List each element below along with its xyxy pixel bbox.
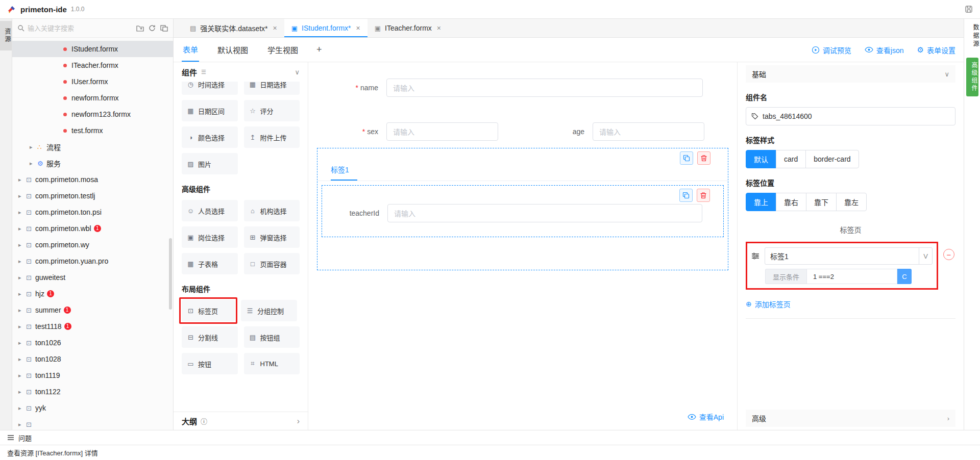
chevron-down-icon[interactable]: ∨ — [944, 70, 949, 78]
view-tab-form[interactable]: 表单 — [182, 38, 199, 62]
condition-edit-button[interactable]: C — [897, 269, 912, 284]
tree-item-com-primeton-mosa[interactable]: ▸⊡com.primeton.mosa — [12, 171, 173, 188]
tree-item-guweitest[interactable]: ▸⊡guweitest — [12, 269, 173, 286]
add-tab-page-link[interactable]: ⊕ 添加标签页 — [746, 299, 955, 309]
tree-item-istudent-formx[interactable]: IStudent.formx — [12, 41, 173, 57]
tree-item-test1118[interactable]: ▸⊡test11181 — [12, 318, 173, 335]
field-row-age[interactable]: age 请输入 — [523, 122, 704, 141]
tab-style-default[interactable]: 默认 — [746, 150, 776, 168]
component-name-input[interactable]: tabs_48614600 — [746, 107, 955, 125]
palette-item-time-picker[interactable]: ◷时间选择 — [182, 82, 238, 95]
sex-input[interactable]: 请输入 — [386, 122, 498, 141]
palette-item-html[interactable]: ⌗HTML — [244, 353, 300, 374]
palette-item-popup-picker[interactable]: ⊞弹窗选择 — [244, 226, 300, 248]
tree-item-iteacher-formx[interactable]: ITeacher.formx — [12, 57, 173, 73]
variable-button[interactable]: V — [919, 248, 932, 264]
palette-item-rating[interactable]: ☆评分 — [244, 100, 300, 121]
tabs-component-selected[interactable]: 标签1 teacherId 请输入 — [317, 148, 728, 270]
chevron-right-icon[interactable]: ▸ — [18, 421, 26, 428]
tab-dataset[interactable]: ▤强关联实体.datasetx*× — [183, 19, 284, 37]
palette-item-color-picker[interactable]: ◑颜色选择 — [182, 126, 238, 148]
name-input[interactable]: 请输入 — [386, 79, 703, 97]
palette-item-date-picker[interactable]: ▦日期选择 — [244, 82, 300, 95]
field-row-teacherid[interactable]: teacherId 请输入 — [322, 204, 702, 222]
palette-item-button-group[interactable]: ▤按钮组 — [244, 326, 300, 348]
chevron-right-icon[interactable]: ▸ — [18, 291, 26, 297]
tree-item-flow[interactable]: ▸∴流程 — [12, 139, 173, 155]
display-condition-input[interactable]: 1 ===2 — [806, 269, 897, 284]
tree-item-com-primeton-wbl[interactable]: ▸⊡com.primeton.wbl1 — [12, 220, 173, 237]
chevron-right-icon[interactable]: ▸ — [18, 307, 26, 314]
basic-section-header[interactable]: 基础 ∨ — [746, 65, 955, 83]
palette-item-button[interactable]: ▭按钮 — [182, 353, 238, 374]
collapse-panels-icon[interactable] — [160, 25, 168, 32]
view-json-button[interactable]: 查看json — [865, 45, 904, 55]
close-icon[interactable]: × — [356, 24, 360, 32]
chevron-right-icon[interactable]: ▸ — [18, 372, 26, 379]
advanced-section-header[interactable]: 高级 › — [746, 410, 955, 427]
tab-page-name-input[interactable]: 标签1 V — [765, 247, 933, 265]
copy-button[interactable] — [679, 189, 693, 202]
chevron-right-icon[interactable]: ▸ — [18, 242, 26, 248]
tree-scrollbar[interactable] — [169, 238, 172, 310]
chevron-right-icon[interactable]: ▸ — [18, 405, 26, 412]
resources-rail-tab[interactable]: 资源 — [0, 21, 12, 50]
tab-position-right[interactable]: 靠右 — [776, 193, 806, 211]
palette-item-sub-table[interactable]: ▦子表格 — [182, 253, 238, 274]
tree-item-partial[interactable]: ▸⊡ — [12, 416, 173, 430]
form-settings-button[interactable]: ⚙ 表单设置 — [917, 45, 955, 55]
palette-item-file-upload[interactable]: ↥附件上传 — [244, 126, 300, 148]
tree-item-ton1122[interactable]: ▸⊡ton1122 — [12, 384, 173, 400]
chevron-right-icon[interactable]: ▸ — [18, 258, 26, 265]
sliders-icon[interactable] — [751, 252, 760, 260]
advanced-components-rail-tab[interactable]: 高级组件 — [966, 58, 978, 96]
tab-pane-row-selected[interactable]: teacherId 请输入 — [322, 185, 724, 237]
chevron-right-icon[interactable]: › — [297, 417, 300, 426]
outline-section[interactable]: 大纲 ⓘ › — [174, 412, 308, 430]
view-tab-default-view[interactable]: 默认视图 — [216, 38, 249, 61]
age-input[interactable]: 请输入 — [593, 122, 704, 141]
close-icon[interactable]: × — [437, 24, 441, 32]
chevron-right-icon[interactable]: ▸ — [18, 340, 26, 346]
palette-item-post-picker[interactable]: ▣岗位选择 — [182, 226, 238, 248]
tree-item-summer[interactable]: ▸⊡summer1 — [12, 302, 173, 318]
tab-iteacher-formx[interactable]: ▣ITeacher.formx× — [368, 19, 448, 37]
tab-style-card[interactable]: card — [776, 150, 806, 168]
tree-item-newform-formx[interactable]: newform.formx — [12, 90, 173, 106]
tab-page-label[interactable]: 标签1 — [331, 164, 349, 174]
tree-item-newform123-formx[interactable]: newform123.formx — [12, 106, 173, 122]
add-view-button[interactable]: + — [316, 44, 322, 55]
palette-item-tabs[interactable]: ⊡标签页 — [182, 300, 235, 321]
tab-position-left[interactable]: 靠左 — [836, 193, 867, 211]
tree-item-hjz[interactable]: ▸⊡hjz1 — [12, 286, 173, 302]
palette-header[interactable]: 组件 ☰ ∨ — [174, 62, 308, 82]
palette-item-page-container[interactable]: □页面容器 — [244, 253, 300, 274]
tree-item-com-primeton-wy[interactable]: ▸⊡com.primeton.wy — [12, 237, 173, 253]
tree-item-yyk[interactable]: ▸⊡yyk — [12, 400, 173, 416]
problems-bar[interactable]: 问题 — [0, 430, 980, 445]
palette-item-image[interactable]: ▨图片 — [182, 153, 238, 174]
refresh-icon[interactable] — [149, 24, 156, 32]
palette-item-person-picker[interactable]: ☺人员选择 — [182, 200, 238, 221]
tab-style-border-card[interactable]: border-card — [805, 150, 859, 168]
datasource-rail-tab[interactable]: 数据源 — [964, 24, 980, 48]
tab-istudent-formx[interactable]: ▣IStudent.formx*× — [284, 19, 368, 37]
view-tab-student-view[interactable]: 学生视图 — [266, 38, 299, 61]
remove-tab-page-button[interactable]: − — [943, 249, 954, 260]
tree-item-ton1028[interactable]: ▸⊡ton1028 — [12, 351, 173, 367]
chevron-down-icon[interactable]: ∨ — [295, 68, 300, 76]
tree-item-com-primeton-ton-psi[interactable]: ▸⊡com.primeton.ton.psi — [12, 204, 173, 220]
chevron-right-icon[interactable]: ▸ — [30, 160, 37, 167]
chevron-right-icon[interactable]: ▸ — [18, 356, 26, 363]
chevron-right-icon[interactable]: ▸ — [30, 144, 37, 150]
tree-item-iuser-formx[interactable]: IUser.formx — [12, 73, 173, 90]
new-folder-icon[interactable] — [136, 25, 144, 32]
tree-item-test-formx[interactable]: test.formx — [12, 122, 173, 139]
chevron-right-icon[interactable]: ▸ — [18, 176, 26, 183]
chevron-right-icon[interactable]: ▸ — [18, 323, 26, 330]
teacherid-input[interactable]: 请输入 — [387, 204, 702, 222]
palette-item-group-control[interactable]: ☰分组控制 — [241, 300, 297, 321]
chevron-right-icon[interactable]: ▸ — [18, 389, 26, 395]
field-row-sex[interactable]: *sex 请输入 — [308, 122, 498, 141]
chevron-right-icon[interactable]: ▸ — [18, 225, 26, 232]
